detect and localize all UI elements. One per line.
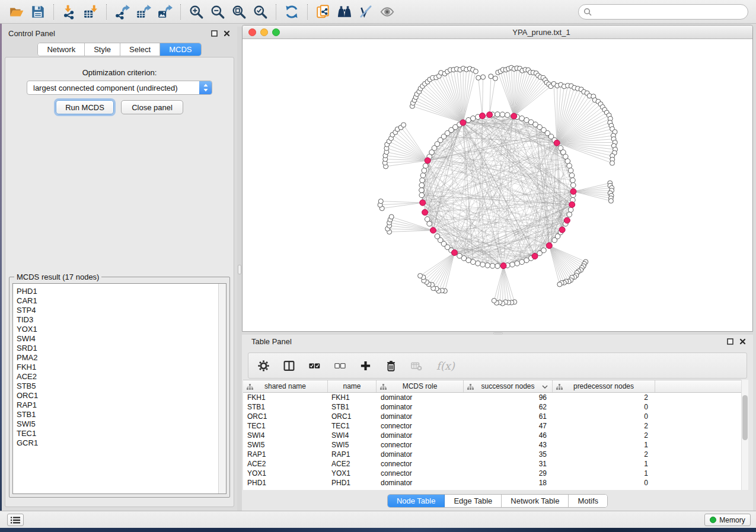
table-cell-successor_nodes[interactable]: 29 — [464, 469, 553, 478]
network-node[interactable] — [490, 263, 495, 268]
export-network-button[interactable] — [111, 2, 133, 21]
network-node[interactable] — [568, 207, 573, 213]
network-node[interactable] — [495, 112, 500, 117]
network-node[interactable] — [519, 259, 525, 265]
table-cell-predecessor_nodes[interactable]: 2 — [553, 393, 655, 402]
tab-node-table[interactable]: Node Table — [388, 495, 445, 507]
satellite-node[interactable] — [378, 199, 383, 204]
table-cell-shared_name[interactable]: ORC1 — [243, 412, 328, 421]
table-cell-shared_name[interactable]: STB1 — [243, 402, 328, 412]
table-row[interactable]: PHD1PHD1dominator180 — [243, 478, 741, 488]
network-node[interactable] — [495, 264, 500, 269]
show-graphics-details-button[interactable] — [377, 2, 398, 21]
network-node[interactable] — [423, 164, 428, 169]
network-node[interactable] — [457, 254, 462, 259]
mcds-result-item[interactable]: CAR1 — [17, 296, 218, 306]
close-panel-button[interactable]: Close panel — [121, 100, 183, 114]
table-cell-successor_nodes[interactable]: 31 — [464, 459, 553, 469]
save-session-button[interactable] — [27, 2, 49, 21]
satellite-node[interactable] — [476, 75, 481, 80]
mcds-hub-node[interactable] — [430, 227, 436, 233]
network-node[interactable] — [419, 182, 425, 188]
mcds-result-item[interactable]: SRD1 — [17, 344, 218, 353]
table-cell-name[interactable]: ACE2 — [328, 459, 377, 469]
network-node[interactable] — [500, 112, 505, 117]
tab-select[interactable]: Select — [120, 43, 160, 56]
table-cell-mcds_role[interactable]: dominator — [377, 412, 464, 421]
table-cell-mcds_role[interactable]: dominator — [377, 450, 464, 459]
zoom-out-button[interactable] — [207, 2, 228, 21]
mcds-hub-node[interactable] — [425, 158, 430, 164]
table-cell-predecessor_nodes[interactable]: 0 — [553, 402, 655, 412]
table-cell-successor_nodes[interactable]: 35 — [464, 450, 553, 459]
table-cell-name[interactable]: ORC1 — [328, 412, 377, 421]
table-cell-name[interactable]: RAP1 — [328, 450, 377, 459]
window-minimize-button[interactable] — [260, 28, 268, 36]
mcds-result-item[interactable]: SWI4 — [17, 334, 218, 344]
satellite-node[interactable] — [492, 298, 496, 303]
table-cell-name[interactable]: TEC1 — [328, 421, 377, 431]
table-row[interactable]: YOX1YOX1connector291 — [243, 469, 741, 478]
mcds-result-item[interactable]: STB5 — [17, 382, 218, 391]
table-row[interactable]: ACE2ACE2connector311 — [243, 459, 741, 469]
network-node[interactable] — [435, 234, 440, 239]
table-cell-predecessor_nodes[interactable]: 0 — [553, 412, 655, 421]
network-node[interactable] — [552, 238, 557, 243]
close-panel-icon[interactable] — [224, 30, 230, 37]
mcds-hub-node[interactable] — [532, 253, 538, 259]
table-row[interactable]: TEC1TEC1connector472 — [243, 421, 741, 431]
network-node[interactable] — [471, 259, 476, 265]
table-cell-predecessor_nodes[interactable]: 2 — [553, 431, 655, 440]
table-cell-name[interactable]: YOX1 — [328, 469, 377, 478]
network-node[interactable] — [570, 182, 576, 188]
mcds-result-item[interactable]: SWI5 — [17, 419, 218, 429]
open-session-button[interactable] — [6, 2, 27, 21]
satellite-node[interactable] — [610, 161, 614, 165]
table-cell-shared_name[interactable]: ACE2 — [243, 459, 328, 469]
satellite-node[interactable] — [401, 123, 406, 127]
network-node[interactable] — [476, 261, 481, 266]
delete-columns-button[interactable] — [385, 360, 397, 371]
export-image-button[interactable] — [154, 2, 176, 21]
network-node[interactable] — [419, 188, 425, 193]
table-cell-name[interactable]: PHD1 — [328, 478, 377, 488]
table-cell-mcds_role[interactable]: connector — [377, 459, 464, 469]
table-cell-shared_name[interactable]: FKH1 — [243, 393, 328, 402]
table-cell-successor_nodes[interactable]: 43 — [464, 440, 553, 450]
mcds-result-item[interactable]: FKH1 — [17, 363, 218, 372]
satellite-node[interactable] — [481, 75, 486, 79]
mcds-hub-node[interactable] — [559, 227, 565, 233]
column-header-name[interactable]: name — [328, 380, 377, 392]
network-node[interactable] — [568, 168, 573, 174]
table-cell-predecessor_nodes[interactable]: 2 — [553, 450, 655, 459]
new-network-from-selection-button[interactable] — [312, 2, 334, 21]
optimization-criterion-select[interactable]: largest connected component (undirected) — [27, 81, 212, 95]
table-scrollbar[interactable] — [741, 380, 748, 490]
mcds-result-item[interactable]: PMA2 — [17, 353, 218, 363]
table-row[interactable]: ORC1ORC1dominator610 — [243, 412, 741, 421]
float-window-icon[interactable] — [727, 338, 733, 345]
mcds-hub-node[interactable] — [479, 113, 485, 119]
mcds-hub-node[interactable] — [452, 249, 458, 255]
satellite-node[interactable] — [389, 214, 394, 219]
import-table-button[interactable] — [80, 2, 101, 21]
table-row[interactable]: FKH1FKH1dominator962 — [243, 393, 741, 402]
mcds-hub-node[interactable] — [511, 113, 517, 119]
table-cell-predecessor_nodes[interactable]: 1 — [553, 469, 655, 478]
network-node[interactable] — [425, 217, 430, 222]
table-cell-predecessor_nodes[interactable]: 1 — [553, 459, 655, 469]
mcds-hub-node[interactable] — [422, 209, 428, 215]
mcds-result-item[interactable]: TEC1 — [17, 429, 218, 438]
table-row[interactable]: SWI4SWI4dominator462 — [243, 431, 741, 440]
table-row[interactable]: STB1STB1dominator620 — [243, 402, 741, 412]
mcds-hub-node[interactable] — [564, 217, 570, 223]
network-node[interactable] — [567, 164, 572, 169]
splitter-grab-handle[interactable] — [493, 332, 503, 334]
column-header-successor-nodes[interactable]: successor nodes — [464, 380, 553, 392]
table-cell-name[interactable]: SWI4 — [328, 431, 377, 440]
table-cell-name[interactable]: SWI5 — [328, 440, 377, 450]
mcds-result-item[interactable]: STP4 — [17, 306, 218, 315]
column-header-mcds-role[interactable]: MCDS role — [377, 380, 464, 392]
zoom-fit-button[interactable] — [228, 2, 250, 21]
search-input[interactable] — [578, 4, 748, 20]
